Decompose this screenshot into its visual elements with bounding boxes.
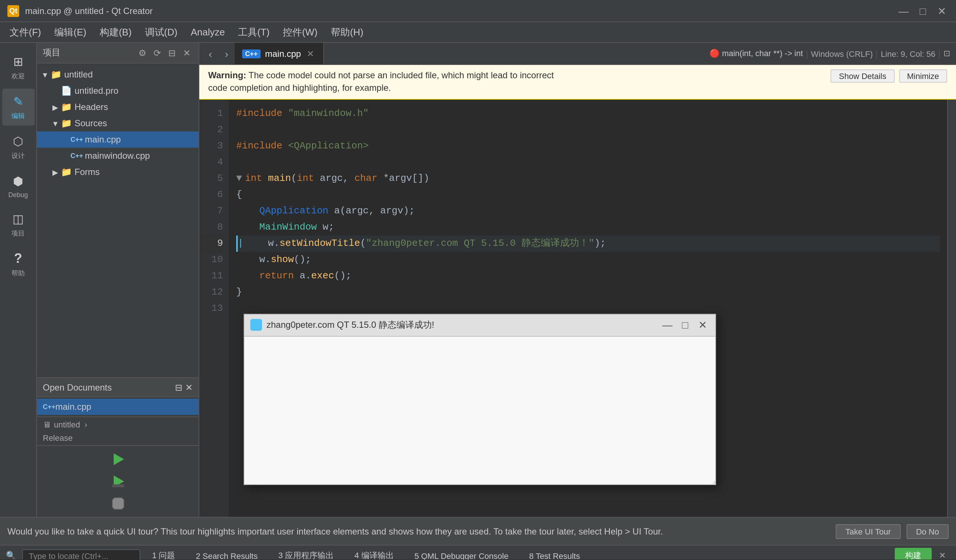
ln-8: 8 [199,219,223,235]
popup-close-btn[interactable]: ✕ [696,318,709,332]
minimize-button[interactable]: — [897,4,910,17]
menu-analyze[interactable]: Analyze [185,24,231,40]
menu-help[interactable]: 帮助(H) [325,23,369,41]
help-label: 帮助 [11,269,25,278]
tour-text: Would you like to take a quick UI tour? … [7,526,830,536]
tab-nav-fwd[interactable]: › [219,43,235,64]
open-docs-header: Open Documents ⊟ ✕ [37,378,198,397]
close-status-btn[interactable]: ✕ [935,549,950,560]
tree-item-maincpp[interactable]: C++ main.cpp [37,131,198,148]
tree-item-pro[interactable]: 📄 untitled.pro [37,83,198,99]
code-line-10: w.show(); [236,252,940,267]
run-debug-button[interactable] [104,471,131,492]
take-ui-tour-button[interactable]: Take UI Tour [836,524,901,539]
status-tab-qml[interactable]: 5 QML Debugger Console [406,550,517,560]
run-controls [37,445,198,517]
tree-item-mainwindowcpp[interactable]: C++ mainwindow.cpp [37,148,198,164]
code-line-9: | w.setWindowTitle("zhang0peter.com QT 5… [236,235,940,252]
tree-arrow-forms: ▶ [50,168,61,176]
sidebar-item-project[interactable]: ◫ 项目 [2,206,34,243]
open-docs-close-btn[interactable]: ✕ [185,382,193,392]
menu-file[interactable]: 文件(F) [4,23,47,41]
cpp-icon-mainwindowcpp: C++ [71,151,83,161]
bottom-bar-right: 构建 ✕ [895,548,950,560]
status-tab-search[interactable]: 2 Search Results [187,550,266,560]
menu-build[interactable]: 构建(B) [94,23,138,41]
ln-11: 11 [199,267,223,284]
editor-scrollbar[interactable] [947,99,956,517]
tree-item-forms[interactable]: ▶ 📁 Forms [37,164,198,180]
code-line-11: return a.exec(); [236,267,940,284]
function-signature: 🔴 main(int, char **) -> int [709,49,803,58]
ln-4: 4 [199,154,223,170]
status-search-icon: 🔍 [6,551,16,560]
menu-tools[interactable]: 工具(T) [232,23,275,41]
show-details-button[interactable]: Show Details [831,69,895,83]
code-line-2 [236,121,940,138]
do-not-tour-button[interactable]: Do No [907,524,949,539]
window-controls: — □ ✕ [897,4,949,17]
sidebar-item-edit[interactable]: ✎ 编辑 [2,89,34,126]
run-button[interactable] [104,449,131,470]
split-view-btn[interactable]: ⊡ [943,49,950,58]
sidebar-item-debug[interactable]: ⬢ Debug [2,168,34,203]
tab-nav-back[interactable]: ‹ [202,43,219,64]
edit-label: 编辑 [11,112,25,121]
code-line-3: #include <QApplication> [236,138,940,154]
tree-item-headers[interactable]: ▶ 📁 Headers [37,99,198,115]
open-doc-maincpp[interactable]: C++ main.cpp [37,399,198,415]
popup-minimize-btn[interactable]: — [661,318,674,332]
tour-bar: Would you like to take a quick UI tour? … [0,517,956,545]
status-tab-tests[interactable]: 8 Test Results [520,550,589,560]
tab-close-btn[interactable]: ✕ [305,48,316,59]
project-sync-btn[interactable]: ⟳ [151,47,163,59]
open-docs-list: C++ main.cpp [37,397,198,417]
design-label: 设计 [11,151,25,161]
window-title: main.cpp @ untitled - Qt Creator [25,6,153,16]
build-button[interactable]: 构建 [895,548,932,560]
tab-cpp-badge: C++ [242,49,261,58]
status-tab-issues[interactable]: 1 问题 [143,549,184,560]
stop-button[interactable] [104,493,131,514]
project-split-btn[interactable]: ⊟ [166,47,178,59]
run-play-icon [110,451,126,467]
sidebar-item-design[interactable]: ⬡ 设计 [2,129,34,165]
qt-app-icon: Qt [7,5,19,17]
stop-icon [110,496,126,512]
line-ending-indicator[interactable]: Windows (CRLF) [811,49,873,58]
tree-item-root[interactable]: ▼ 📁 untitled [37,66,198,83]
popup-resize-handle[interactable]: ⌟ [708,477,715,484]
open-doc-icon: C++ [43,403,55,411]
ln-9: 9 [199,235,223,252]
maximize-button[interactable]: □ [916,4,929,17]
code-line-5: ▼int main(int argc, char *argv[]) [236,170,940,186]
locate-input[interactable]: Type to locate (Ctrl+... [22,549,140,560]
tab-bar: ‹ › C++ main.cpp ✕ 🔴 main(int, char **) … [199,43,956,65]
deploy-arrow-icon: › [85,420,87,429]
close-button[interactable]: ✕ [936,4,949,17]
open-docs-split-btn[interactable]: ⊟ [175,382,182,392]
project-close-btn[interactable]: ✕ [181,47,193,59]
menu-controls[interactable]: 控件(W) [277,23,323,41]
tree-arrow-headers: ▶ [50,103,61,111]
project-tree: ▼ 📁 untitled 📄 untitled.pro ▶ 📁 Headers [37,63,198,377]
status-tab-appoutput[interactable]: 3 应用程序输出 [269,549,343,560]
ln-1: 1 [199,105,223,121]
project-filter-btn[interactable]: ⚙ [137,47,148,59]
popup-maximize-btn[interactable]: □ [678,318,692,332]
tab-maincpp[interactable]: C++ main.cpp ✕ [235,43,324,64]
sidebar-item-help[interactable]: ? 帮助 [2,246,34,283]
popup-title-text: zhang0peter.com QT 5.15.0 静态编译成功! [266,319,656,331]
minimize-warning-button[interactable]: Minimize [899,69,947,83]
menu-edit[interactable]: 编辑(E) [48,23,92,41]
code-line-1: #include "mainwindow.h" [236,105,940,121]
tree-item-sources[interactable]: ▼ 📁 Sources [37,115,198,131]
tree-item-sources-text: Sources [75,118,196,129]
status-tab-compile[interactable]: 4 编译输出 [346,549,403,560]
deploy-target-name: untitled [54,420,80,429]
cursor-position: Line: 9, Col: 56 [881,49,936,58]
sidebar-item-welcome[interactable]: ⊞ 欢迎 [2,49,34,86]
menu-debug[interactable]: 调试(D) [139,23,184,41]
code-editor[interactable]: 1 2 3 4 5 6 7 8 9 10 11 12 13 #include "… [199,99,956,517]
popup-app-icon [250,319,262,331]
